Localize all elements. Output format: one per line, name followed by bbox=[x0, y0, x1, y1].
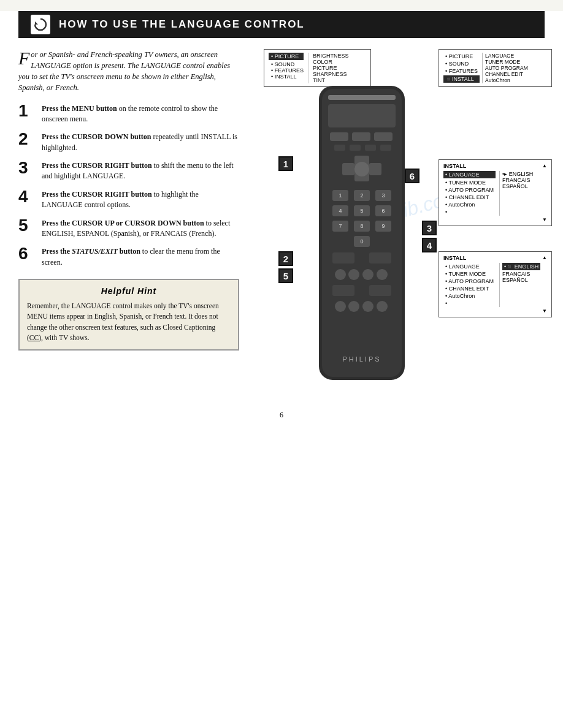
screen2-right-language: LANGUAGE bbox=[485, 53, 528, 59]
svg-rect-6 bbox=[352, 132, 370, 141]
screen4-channel: • CHANNEL EDIT bbox=[443, 285, 496, 292]
screen3-auto: • AUTO PROGRAM bbox=[443, 186, 496, 194]
screen1-right-brightness: BRIGHTNESS bbox=[313, 53, 349, 59]
svg-rect-11 bbox=[380, 145, 391, 151]
screen2-picture: • PICTURE bbox=[443, 53, 480, 60]
svg-point-41 bbox=[362, 269, 373, 280]
step-3: 3 Press the CURSOR RIGHT button to shift… bbox=[18, 161, 239, 182]
svg-text:8: 8 bbox=[360, 223, 363, 229]
step-6-number: 6 bbox=[18, 245, 37, 262]
screen3-espanol: ESPAÑOL bbox=[502, 183, 533, 189]
screen4-blank: • bbox=[443, 300, 496, 307]
screen4-autochron: • AutoChron bbox=[443, 292, 496, 300]
screen1-item-install: • INSTALL bbox=[269, 74, 304, 80]
step-4-text: Press the CURSOR RIGHT button to highlig… bbox=[42, 189, 239, 211]
svg-point-47 bbox=[362, 301, 373, 312]
screen2-sound: • SOUND bbox=[443, 60, 480, 67]
screen3-tuner: • TUNER MODE bbox=[443, 179, 496, 186]
screen1-highlight: • PICTURE bbox=[269, 53, 304, 60]
step-6: 6 Press the STATUS/EXIT button to clear … bbox=[18, 246, 239, 268]
svg-point-45 bbox=[335, 301, 346, 312]
page-header: How to Use the Language Control bbox=[18, 11, 545, 38]
step-6-text: Press the STATUS/EXIT button to clear th… bbox=[42, 246, 239, 268]
step-5: 5 Press the CURSOR UP or CURSOR DOWN but… bbox=[18, 218, 239, 240]
screen3-title: INSTALL bbox=[443, 163, 466, 169]
step-label-1: 1 bbox=[278, 156, 293, 171]
screen-box-1: • PICTURE • SOUND • FEATURES • INSTALL B… bbox=[264, 49, 371, 87]
screen1-right-tint: TINT bbox=[313, 77, 349, 83]
screen-box-2: • PICTURE • SOUND • FEATURES ◾INSTALL LA… bbox=[439, 49, 552, 87]
svg-text:7: 7 bbox=[339, 223, 342, 229]
step-label-5: 5 bbox=[278, 268, 293, 283]
svg-rect-43 bbox=[332, 285, 354, 296]
svg-text:6: 6 bbox=[381, 208, 385, 214]
header-title: How to Use the Language Control bbox=[59, 18, 305, 31]
hint-title: Helpful Hint bbox=[27, 286, 231, 296]
step-label-6: 6 bbox=[405, 169, 419, 183]
screen2-install-highlight: ◾INSTALL bbox=[443, 75, 480, 83]
svg-text:4: 4 bbox=[339, 208, 342, 214]
screen1-right-picture: PICTURE bbox=[313, 65, 349, 71]
screen1-item-sound: • SOUND bbox=[269, 61, 304, 67]
svg-text:0: 0 bbox=[360, 238, 363, 245]
svg-rect-4 bbox=[328, 104, 396, 127]
svg-text:2: 2 bbox=[360, 192, 363, 199]
svg-text:3: 3 bbox=[381, 192, 385, 199]
remote-control: 1 2 3 4 5 6 7 8 bbox=[301, 86, 423, 389]
screen1-right-sharpness: SHARPNESS bbox=[313, 71, 349, 77]
svg-point-42 bbox=[377, 269, 388, 280]
steps-container: 1 Press the MENU button on the remote co… bbox=[18, 104, 239, 268]
svg-rect-38 bbox=[369, 252, 391, 264]
svg-marker-0 bbox=[35, 21, 38, 25]
screen1-item-features: • FEATURES bbox=[269, 67, 304, 74]
svg-rect-3 bbox=[328, 95, 396, 100]
step-4-number: 4 bbox=[18, 188, 37, 205]
header-icon bbox=[31, 15, 50, 34]
svg-rect-44 bbox=[369, 285, 391, 296]
svg-rect-14 bbox=[369, 163, 381, 175]
page-number: 6 bbox=[0, 411, 563, 432]
screen3-language-highlight: • LANGUAGE bbox=[443, 171, 496, 178]
screen3-autochron: • AutoChron bbox=[443, 201, 496, 208]
step-label-2: 2 bbox=[278, 251, 293, 266]
screen4-title: INSTALL bbox=[443, 255, 466, 261]
screen4-language: • LANGUAGE bbox=[443, 263, 496, 270]
step-5-number: 5 bbox=[18, 217, 37, 234]
hint-box: Helpful Hint Remember, the LANGUAGE cont… bbox=[18, 279, 239, 351]
step-2: 2 Press the CURSOR DOWN button repeatedl… bbox=[18, 132, 239, 153]
screen4-arrow-up: ▲ bbox=[542, 255, 547, 261]
drop-cap: F bbox=[18, 51, 29, 66]
svg-rect-7 bbox=[374, 132, 393, 141]
left-column: F or or Spanish- and French-speaking TV … bbox=[18, 49, 239, 392]
screen-box-4: INSTALL ▲ • LANGUAGE • TUNER MODE • AUTO… bbox=[439, 251, 552, 317]
svg-rect-5 bbox=[330, 132, 348, 141]
svg-rect-10 bbox=[365, 145, 376, 151]
screen3-francais: FRANCAIS bbox=[502, 177, 533, 183]
screen3-arrow-down: ▼ bbox=[443, 217, 547, 222]
svg-text:9: 9 bbox=[381, 223, 385, 229]
step-label-3: 3 bbox=[422, 221, 437, 235]
screen3-arrow-up: ▲ bbox=[542, 163, 547, 169]
screen4-arrow-down: ▼ bbox=[443, 308, 547, 314]
screen4-english-highlight: •◾ ENGLISH bbox=[502, 263, 540, 270]
screen3-english: •▸ ENGLISH bbox=[502, 171, 533, 177]
right-section: manualslib.com • PICTURE • SOUND • FEATU… bbox=[251, 49, 552, 392]
step-3-number: 3 bbox=[18, 159, 37, 176]
page: How to Use the Language Control F or or … bbox=[0, 11, 563, 728]
screen2-right-auto: AUTO PROGRAM bbox=[485, 65, 528, 71]
svg-rect-9 bbox=[350, 145, 361, 151]
svg-text:PHILIPS: PHILIPS bbox=[342, 355, 381, 363]
screen4-francais: FRANCAIS bbox=[502, 271, 540, 277]
step-4: 4 Press the CURSOR RIGHT button to highl… bbox=[18, 189, 239, 211]
hint-text: Remember, the LANGUAGE control makes onl… bbox=[27, 301, 231, 343]
step-1-number: 1 bbox=[18, 102, 37, 119]
right-column: manualslib.com • PICTURE • SOUND • FEATU… bbox=[251, 49, 552, 392]
screen4-auto: • AUTO PROGRAM bbox=[443, 278, 496, 285]
screen4-tuner: • TUNER MODE bbox=[443, 270, 496, 278]
step-2-text: Press the CURSOR DOWN button repeatedly … bbox=[42, 132, 239, 153]
screen1-right-color: COLOR bbox=[313, 59, 349, 65]
svg-rect-2 bbox=[322, 89, 402, 377]
screen2-features: • FEATURES bbox=[443, 67, 480, 75]
svg-point-39 bbox=[335, 269, 346, 280]
svg-rect-8 bbox=[334, 145, 345, 151]
